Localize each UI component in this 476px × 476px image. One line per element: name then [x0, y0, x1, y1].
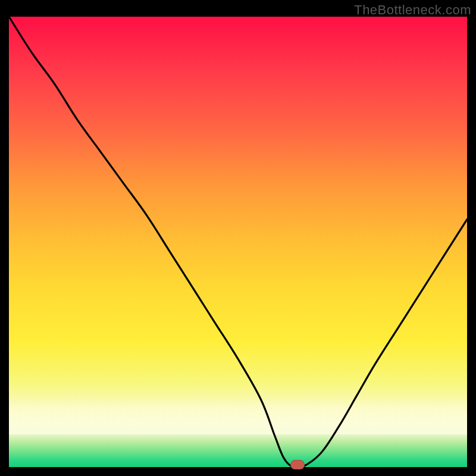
chart-frame: TheBottleneck.com [0, 0, 476, 476]
bottleneck-curve [9, 17, 467, 467]
watermark-text: TheBottleneck.com [354, 2, 471, 18]
plot-area [9, 17, 467, 467]
optimum-marker-icon [290, 460, 305, 469]
